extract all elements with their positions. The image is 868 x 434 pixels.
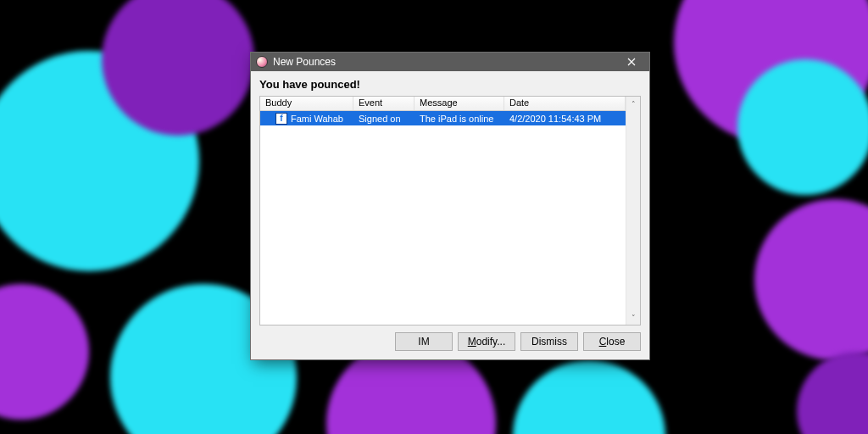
col-message[interactable]: Message (415, 97, 504, 110)
close-button[interactable]: Close (583, 332, 641, 351)
col-date[interactable]: Date (504, 97, 626, 110)
window-title: New Pounces (273, 56, 619, 68)
col-event[interactable]: Event (353, 97, 415, 110)
im-button[interactable]: IM (395, 332, 453, 351)
cell-message: The iPad is online (415, 114, 504, 124)
close-icon[interactable] (619, 54, 644, 70)
buddy-service-icon: f (275, 113, 287, 125)
scroll-track[interactable] (626, 111, 640, 310)
new-pounces-dialog: New Pounces You have pounced! Buddy Even… (250, 52, 650, 360)
pounce-list: Buddy Event Message Date f Fami Wahab Si… (259, 96, 641, 326)
bokeh-circle (797, 352, 868, 434)
app-icon (256, 56, 268, 68)
bokeh-circle (513, 360, 665, 434)
table-row[interactable]: f Fami Wahab Signed on The iPad is onlin… (260, 111, 626, 125)
bokeh-circle (737, 59, 868, 195)
dismiss-button[interactable]: Dismiss (520, 332, 578, 351)
rows-area[interactable]: f Fami Wahab Signed on The iPad is onlin… (260, 111, 626, 325)
vertical-scrollbar[interactable]: ˄ ˅ (626, 97, 640, 325)
col-buddy[interactable]: Buddy (260, 97, 353, 110)
cell-date: 4/2/2020 11:54:43 PM (504, 114, 626, 124)
modify-button[interactable]: Modify... (458, 332, 515, 351)
scroll-down-icon[interactable]: ˅ (626, 310, 640, 325)
scroll-up-icon[interactable]: ˄ (626, 97, 640, 111)
column-headers[interactable]: Buddy Event Message Date (260, 97, 626, 111)
cell-buddy: f Fami Wahab (260, 113, 353, 125)
bokeh-circle (754, 199, 868, 360)
bokeh-circle (0, 284, 89, 420)
button-row: IM Modify... Dismiss Close (251, 326, 649, 359)
heading-text: You have pounced! (251, 71, 649, 96)
buddy-name: Fami Wahab (291, 114, 343, 124)
cell-event: Signed on (353, 114, 415, 124)
titlebar[interactable]: New Pounces (251, 53, 649, 71)
